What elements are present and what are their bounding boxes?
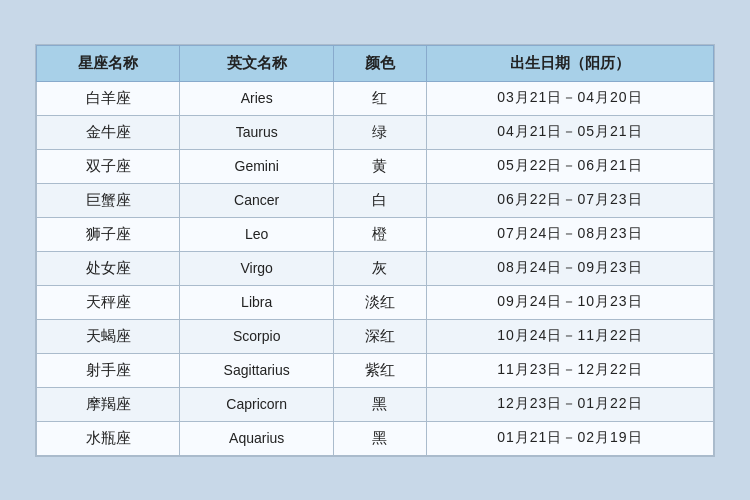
header-birthdate: 出生日期（阳历） (426, 45, 713, 81)
table-row: 水瓶座Aquarius黑01月21日－02月19日 (37, 421, 714, 455)
cell-chinese-name: 巨蟹座 (37, 183, 180, 217)
cell-date: 10月24日－11月22日 (426, 319, 713, 353)
cell-chinese-name: 狮子座 (37, 217, 180, 251)
cell-color: 灰 (334, 251, 427, 285)
cell-date: 09月24日－10月23日 (426, 285, 713, 319)
table-row: 摩羯座Capricorn黑12月23日－01月22日 (37, 387, 714, 421)
cell-english-name: Capricorn (180, 387, 334, 421)
cell-english-name: Scorpio (180, 319, 334, 353)
cell-english-name: Virgo (180, 251, 334, 285)
cell-date: 07月24日－08月23日 (426, 217, 713, 251)
header-chinese-name: 星座名称 (37, 45, 180, 81)
header-color: 颜色 (334, 45, 427, 81)
cell-chinese-name: 天蝎座 (37, 319, 180, 353)
cell-color: 橙 (334, 217, 427, 251)
cell-english-name: Taurus (180, 115, 334, 149)
cell-english-name: Aries (180, 81, 334, 115)
cell-english-name: Gemini (180, 149, 334, 183)
cell-color: 黄 (334, 149, 427, 183)
cell-english-name: Leo (180, 217, 334, 251)
cell-color: 红 (334, 81, 427, 115)
table-row: 金牛座Taurus绿04月21日－05月21日 (37, 115, 714, 149)
table-row: 巨蟹座Cancer白06月22日－07月23日 (37, 183, 714, 217)
table-row: 天秤座Libra淡红09月24日－10月23日 (37, 285, 714, 319)
zodiac-table-container: 星座名称 英文名称 颜色 出生日期（阳历） 白羊座Aries红03月21日－04… (35, 44, 715, 457)
cell-chinese-name: 水瓶座 (37, 421, 180, 455)
cell-date: 08月24日－09月23日 (426, 251, 713, 285)
cell-color: 绿 (334, 115, 427, 149)
table-row: 天蝎座Scorpio深红10月24日－11月22日 (37, 319, 714, 353)
cell-color: 白 (334, 183, 427, 217)
table-row: 白羊座Aries红03月21日－04月20日 (37, 81, 714, 115)
cell-english-name: Sagittarius (180, 353, 334, 387)
cell-color: 紫红 (334, 353, 427, 387)
cell-english-name: Libra (180, 285, 334, 319)
cell-chinese-name: 处女座 (37, 251, 180, 285)
cell-date: 01月21日－02月19日 (426, 421, 713, 455)
cell-chinese-name: 摩羯座 (37, 387, 180, 421)
cell-color: 淡红 (334, 285, 427, 319)
cell-chinese-name: 白羊座 (37, 81, 180, 115)
header-english-name: 英文名称 (180, 45, 334, 81)
table-row: 狮子座Leo橙07月24日－08月23日 (37, 217, 714, 251)
cell-date: 11月23日－12月22日 (426, 353, 713, 387)
cell-chinese-name: 双子座 (37, 149, 180, 183)
cell-color: 黑 (334, 387, 427, 421)
cell-date: 03月21日－04月20日 (426, 81, 713, 115)
cell-date: 04月21日－05月21日 (426, 115, 713, 149)
cell-date: 12月23日－01月22日 (426, 387, 713, 421)
table-row: 射手座Sagittarius紫红11月23日－12月22日 (37, 353, 714, 387)
table-header-row: 星座名称 英文名称 颜色 出生日期（阳历） (37, 45, 714, 81)
table-body: 白羊座Aries红03月21日－04月20日金牛座Taurus绿04月21日－0… (37, 81, 714, 455)
table-row: 双子座Gemini黄05月22日－06月21日 (37, 149, 714, 183)
cell-chinese-name: 金牛座 (37, 115, 180, 149)
zodiac-table: 星座名称 英文名称 颜色 出生日期（阳历） 白羊座Aries红03月21日－04… (36, 45, 714, 456)
cell-chinese-name: 射手座 (37, 353, 180, 387)
cell-color: 黑 (334, 421, 427, 455)
cell-date: 05月22日－06月21日 (426, 149, 713, 183)
cell-chinese-name: 天秤座 (37, 285, 180, 319)
table-row: 处女座Virgo灰08月24日－09月23日 (37, 251, 714, 285)
cell-english-name: Cancer (180, 183, 334, 217)
cell-date: 06月22日－07月23日 (426, 183, 713, 217)
cell-english-name: Aquarius (180, 421, 334, 455)
cell-color: 深红 (334, 319, 427, 353)
